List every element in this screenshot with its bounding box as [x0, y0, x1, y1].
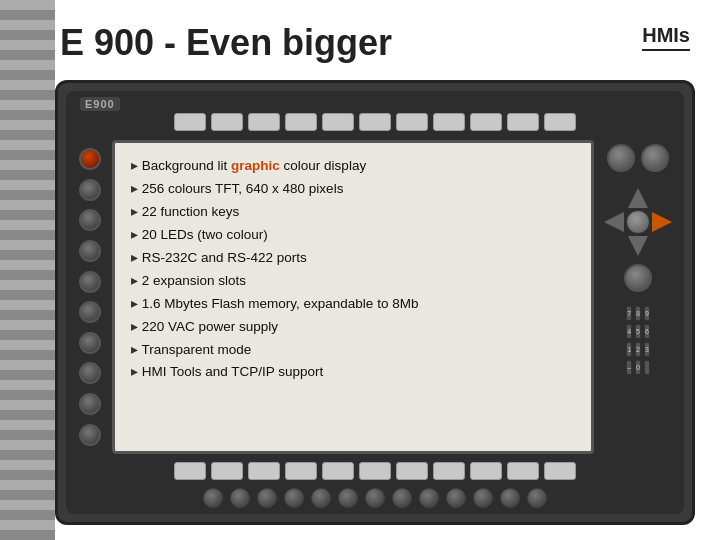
fkey-top-11[interactable]	[544, 113, 576, 131]
dpad-down[interactable]	[628, 236, 648, 256]
side-btn-8[interactable]	[79, 362, 101, 384]
round-btn-11[interactable]	[473, 488, 493, 508]
right-icon-2[interactable]	[641, 144, 669, 172]
fkey-bot-9[interactable]	[470, 462, 502, 480]
main-area: Background lit graphic colour display 25…	[66, 136, 684, 458]
right-panel: 7 8 9 4 5 6 1 2 3 – 0	[598, 140, 678, 454]
bottom-keys-row	[66, 458, 684, 488]
fkey-bot-6[interactable]	[359, 462, 391, 480]
list-item-3: 22 function keys	[131, 201, 575, 224]
list-item-10: HMI Tools and TCP/IP support	[131, 361, 575, 384]
header-title: HMIs	[642, 24, 690, 51]
fkey-bot-5[interactable]	[322, 462, 354, 480]
left-border	[0, 0, 55, 540]
fkey-top-7[interactable]	[396, 113, 428, 131]
device-container: E900	[55, 80, 695, 525]
round-btn-6[interactable]	[338, 488, 358, 508]
highlight-graphic: graphic	[231, 158, 280, 173]
left-side-buttons	[72, 140, 108, 454]
round-btn-1[interactable]	[203, 488, 223, 508]
numpad-key-7[interactable]: 7	[626, 306, 632, 321]
fkey-top-9[interactable]	[470, 113, 502, 131]
numpad-key-2[interactable]: 2	[635, 342, 641, 357]
round-btn-3[interactable]	[257, 488, 277, 508]
side-btn-9[interactable]	[79, 393, 101, 415]
top-keys-row	[66, 91, 684, 136]
fkey-top-8[interactable]	[433, 113, 465, 131]
round-btn-5[interactable]	[311, 488, 331, 508]
fkey-bot-1[interactable]	[174, 462, 206, 480]
right-icon-1[interactable]	[607, 144, 635, 172]
round-btn-4[interactable]	[284, 488, 304, 508]
list-item-1: Background lit graphic colour display	[131, 155, 575, 178]
fkey-bot-11[interactable]	[544, 462, 576, 480]
round-btn-9[interactable]	[419, 488, 439, 508]
dpad-left[interactable]	[604, 212, 624, 232]
list-item-4: 20 LEDs (two colour)	[131, 224, 575, 247]
feature-list: Background lit graphic colour display 25…	[131, 155, 575, 384]
fkey-top-4[interactable]	[285, 113, 317, 131]
side-btn-10[interactable]	[79, 424, 101, 446]
fkey-top-5[interactable]	[322, 113, 354, 131]
list-item-9: Transparent mode	[131, 339, 575, 362]
list-item-2: 256 colours TFT, 640 x 480 pixels	[131, 178, 575, 201]
numpad-key-0[interactable]: 0	[635, 360, 641, 375]
side-btn-6[interactable]	[79, 301, 101, 323]
fkey-bot-2[interactable]	[211, 462, 243, 480]
fkey-top-2[interactable]	[211, 113, 243, 131]
round-btn-7[interactable]	[365, 488, 385, 508]
numpad-key-8[interactable]: 8	[635, 306, 641, 321]
fkey-top-1[interactable]	[174, 113, 206, 131]
round-btn-13[interactable]	[527, 488, 547, 508]
numpad: 7 8 9 4 5 6 1 2 3 – 0	[622, 302, 654, 379]
list-item-7: 1.6 Mbytes Flash memory, expandable to 8…	[131, 293, 575, 316]
fkey-top-3[interactable]	[248, 113, 280, 131]
side-btn-3[interactable]	[79, 209, 101, 231]
dpad-right[interactable]	[652, 212, 672, 232]
numpad-key-blank[interactable]	[644, 360, 650, 375]
right-icon-row-top	[607, 144, 669, 172]
numpad-key-1[interactable]: 1	[626, 342, 632, 357]
side-btn-4[interactable]	[79, 240, 101, 262]
round-btn-12[interactable]	[500, 488, 520, 508]
side-btn-7[interactable]	[79, 332, 101, 354]
side-btn-1[interactable]	[79, 148, 101, 170]
fkey-top-6[interactable]	[359, 113, 391, 131]
numpad-key-6[interactable]: 6	[644, 324, 650, 339]
return-button[interactable]	[624, 264, 652, 292]
numpad-key-minus[interactable]: –	[626, 360, 632, 375]
dpad-center[interactable]	[626, 210, 650, 234]
fkey-bot-7[interactable]	[396, 462, 428, 480]
dpad	[604, 188, 672, 256]
round-btn-8[interactable]	[392, 488, 412, 508]
list-item-8: 220 VAC power supply	[131, 316, 575, 339]
page-title: E 900 - Even bigger	[60, 22, 392, 64]
fkey-top-10[interactable]	[507, 113, 539, 131]
brand-label: E900	[80, 97, 120, 111]
list-item-5: RS-232C and RS-422 ports	[131, 247, 575, 270]
numpad-key-4[interactable]: 4	[626, 324, 632, 339]
side-btn-5[interactable]	[79, 271, 101, 293]
device-inner: E900	[66, 91, 684, 514]
fkey-bot-4[interactable]	[285, 462, 317, 480]
fkey-bot-8[interactable]	[433, 462, 465, 480]
numpad-key-5[interactable]: 5	[635, 324, 641, 339]
dpad-up[interactable]	[628, 188, 648, 208]
fkey-bot-3[interactable]	[248, 462, 280, 480]
round-btn-10[interactable]	[446, 488, 466, 508]
screen: Background lit graphic colour display 25…	[112, 140, 594, 454]
numpad-key-9[interactable]: 9	[644, 306, 650, 321]
fkey-bot-10[interactable]	[507, 462, 539, 480]
round-btn-2[interactable]	[230, 488, 250, 508]
list-item-6: 2 expansion slots	[131, 270, 575, 293]
numpad-key-3[interactable]: 3	[644, 342, 650, 357]
side-btn-2[interactable]	[79, 179, 101, 201]
bottom-rounds-row	[66, 488, 684, 514]
